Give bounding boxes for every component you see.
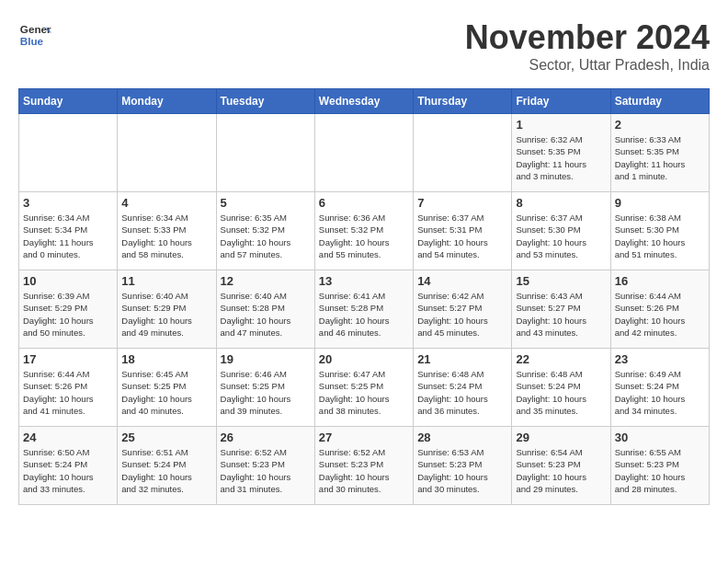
day-number: 28: [417, 431, 507, 444]
calendar-cell: 10Sunrise: 6:39 AM Sunset: 5:29 PM Dayli…: [19, 270, 118, 349]
day-info: Sunrise: 6:34 AM Sunset: 5:33 PM Dayligh…: [121, 212, 211, 260]
day-number: 3: [23, 196, 113, 210]
calendar-cell: [118, 114, 216, 192]
day-info: Sunrise: 6:33 AM Sunset: 5:35 PM Dayligh…: [615, 133, 705, 182]
calendar-cell: 1Sunrise: 6:32 AM Sunset: 5:35 PM Daylig…: [512, 114, 610, 192]
day-number: 11: [121, 274, 211, 288]
day-number: 21: [417, 352, 507, 366]
calendar-cell: [19, 114, 118, 192]
weekday-header-row: SundayMondayTuesdayWednesdayThursdayFrid…: [19, 89, 710, 114]
day-info: Sunrise: 6:40 AM Sunset: 5:28 PM Dayligh…: [221, 290, 311, 339]
calendar-cell: 12Sunrise: 6:40 AM Sunset: 5:28 PM Dayli…: [216, 270, 314, 349]
calendar-cell: 11Sunrise: 6:40 AM Sunset: 5:29 PM Dayli…: [118, 270, 216, 349]
day-number: 22: [516, 352, 606, 366]
calendar-cell: 22Sunrise: 6:48 AM Sunset: 5:24 PM Dayli…: [512, 349, 610, 427]
day-info: Sunrise: 6:54 AM Sunset: 5:23 PM Dayligh…: [516, 446, 606, 495]
day-number: 20: [319, 352, 409, 366]
day-info: Sunrise: 6:50 AM Sunset: 5:24 PM Dayligh…: [23, 446, 113, 495]
calendar-cell: 26Sunrise: 6:52 AM Sunset: 5:23 PM Dayli…: [216, 427, 314, 505]
day-number: 17: [23, 352, 113, 366]
day-info: Sunrise: 6:52 AM Sunset: 5:23 PM Dayligh…: [319, 446, 409, 495]
day-number: 18: [121, 352, 211, 366]
weekday-header-tuesday: Tuesday: [216, 89, 314, 114]
day-info: Sunrise: 6:44 AM Sunset: 5:26 PM Dayligh…: [23, 368, 113, 417]
day-number: 1: [516, 118, 606, 132]
calendar-cell: 28Sunrise: 6:53 AM Sunset: 5:23 PM Dayli…: [414, 427, 512, 505]
day-info: Sunrise: 6:40 AM Sunset: 5:29 PM Dayligh…: [121, 290, 211, 339]
day-number: 2: [615, 118, 705, 132]
day-info: Sunrise: 6:34 AM Sunset: 5:34 PM Dayligh…: [23, 212, 113, 260]
day-number: 30: [615, 431, 705, 444]
weekday-header-saturday: Saturday: [610, 89, 709, 114]
calendar-cell: 14Sunrise: 6:42 AM Sunset: 5:27 PM Dayli…: [414, 270, 512, 349]
day-info: Sunrise: 6:46 AM Sunset: 5:25 PM Dayligh…: [221, 368, 311, 417]
calendar-cell: 2Sunrise: 6:33 AM Sunset: 5:35 PM Daylig…: [610, 114, 709, 192]
calendar-week-5: 24Sunrise: 6:50 AM Sunset: 5:24 PM Dayli…: [19, 427, 710, 505]
calendar-cell: 24Sunrise: 6:50 AM Sunset: 5:24 PM Dayli…: [19, 427, 118, 505]
calendar-cell: 3Sunrise: 6:34 AM Sunset: 5:34 PM Daylig…: [19, 192, 118, 270]
day-info: Sunrise: 6:42 AM Sunset: 5:27 PM Dayligh…: [417, 290, 507, 339]
day-number: 5: [221, 196, 311, 210]
day-info: Sunrise: 6:32 AM Sunset: 5:35 PM Dayligh…: [516, 133, 606, 182]
calendar-cell: 18Sunrise: 6:45 AM Sunset: 5:25 PM Dayli…: [118, 349, 216, 427]
day-info: Sunrise: 6:38 AM Sunset: 5:30 PM Dayligh…: [615, 212, 705, 260]
calendar-cell: 25Sunrise: 6:51 AM Sunset: 5:24 PM Dayli…: [118, 427, 216, 505]
day-info: Sunrise: 6:43 AM Sunset: 5:27 PM Dayligh…: [516, 290, 606, 339]
day-info: Sunrise: 6:52 AM Sunset: 5:23 PM Dayligh…: [221, 446, 311, 495]
day-number: 15: [516, 274, 606, 288]
day-number: 13: [319, 274, 409, 288]
day-info: Sunrise: 6:41 AM Sunset: 5:28 PM Dayligh…: [319, 290, 409, 339]
weekday-header-wednesday: Wednesday: [314, 89, 413, 114]
day-number: 26: [221, 431, 311, 444]
day-number: 10: [23, 274, 113, 288]
day-number: 6: [319, 196, 409, 210]
calendar-cell: 13Sunrise: 6:41 AM Sunset: 5:28 PM Dayli…: [314, 270, 413, 349]
calendar-cell: 17Sunrise: 6:44 AM Sunset: 5:26 PM Dayli…: [19, 349, 118, 427]
weekday-header-sunday: Sunday: [19, 89, 118, 114]
calendar-week-3: 10Sunrise: 6:39 AM Sunset: 5:29 PM Dayli…: [19, 270, 710, 349]
calendar-cell: 21Sunrise: 6:48 AM Sunset: 5:24 PM Dayli…: [414, 349, 512, 427]
day-number: 29: [516, 431, 606, 444]
day-info: Sunrise: 6:51 AM Sunset: 5:24 PM Dayligh…: [121, 446, 211, 495]
day-info: Sunrise: 6:39 AM Sunset: 5:29 PM Dayligh…: [23, 290, 113, 339]
day-number: 7: [417, 196, 507, 210]
day-info: Sunrise: 6:35 AM Sunset: 5:32 PM Dayligh…: [221, 212, 311, 260]
location-subtitle: Sector, Uttar Pradesh, India: [465, 57, 710, 74]
calendar-cell: 8Sunrise: 6:37 AM Sunset: 5:30 PM Daylig…: [512, 192, 610, 270]
day-info: Sunrise: 6:36 AM Sunset: 5:32 PM Dayligh…: [319, 212, 409, 260]
day-info: Sunrise: 6:48 AM Sunset: 5:24 PM Dayligh…: [516, 368, 606, 417]
logo-icon: General Blue: [18, 18, 51, 52]
title-area: November 2024 Sector, Uttar Pradesh, Ind…: [465, 18, 710, 74]
day-info: Sunrise: 6:55 AM Sunset: 5:23 PM Dayligh…: [615, 446, 705, 495]
calendar-cell: 5Sunrise: 6:35 AM Sunset: 5:32 PM Daylig…: [216, 192, 314, 270]
calendar-cell: 27Sunrise: 6:52 AM Sunset: 5:23 PM Dayli…: [314, 427, 413, 505]
calendar-cell: 23Sunrise: 6:49 AM Sunset: 5:24 PM Dayli…: [610, 349, 709, 427]
svg-text:Blue: Blue: [20, 35, 44, 47]
weekday-header-monday: Monday: [118, 89, 216, 114]
day-info: Sunrise: 6:47 AM Sunset: 5:25 PM Dayligh…: [319, 368, 409, 417]
day-number: 16: [615, 274, 705, 288]
calendar-cell: 9Sunrise: 6:38 AM Sunset: 5:30 PM Daylig…: [610, 192, 709, 270]
day-number: 25: [121, 431, 211, 444]
calendar-cell: 20Sunrise: 6:47 AM Sunset: 5:25 PM Dayli…: [314, 349, 413, 427]
calendar-week-4: 17Sunrise: 6:44 AM Sunset: 5:26 PM Dayli…: [19, 349, 710, 427]
day-number: 23: [615, 352, 705, 366]
day-number: 8: [516, 196, 606, 210]
calendar-week-2: 3Sunrise: 6:34 AM Sunset: 5:34 PM Daylig…: [19, 192, 710, 270]
weekday-header-thursday: Thursday: [414, 89, 512, 114]
calendar-cell: 30Sunrise: 6:55 AM Sunset: 5:23 PM Dayli…: [610, 427, 709, 505]
calendar-week-1: 1Sunrise: 6:32 AM Sunset: 5:35 PM Daylig…: [19, 114, 710, 192]
day-info: Sunrise: 6:37 AM Sunset: 5:30 PM Dayligh…: [516, 212, 606, 260]
calendar-cell: [414, 114, 512, 192]
day-info: Sunrise: 6:49 AM Sunset: 5:24 PM Dayligh…: [615, 368, 705, 417]
logo: General Blue: [18, 18, 51, 52]
calendar-table: SundayMondayTuesdayWednesdayThursdayFrid…: [18, 88, 710, 505]
day-number: 27: [319, 431, 409, 444]
day-number: 4: [121, 196, 211, 210]
day-number: 12: [221, 274, 311, 288]
weekday-header-friday: Friday: [512, 89, 610, 114]
calendar-cell: [216, 114, 314, 192]
calendar-cell: 19Sunrise: 6:46 AM Sunset: 5:25 PM Dayli…: [216, 349, 314, 427]
calendar-cell: 15Sunrise: 6:43 AM Sunset: 5:27 PM Dayli…: [512, 270, 610, 349]
calendar-cell: 6Sunrise: 6:36 AM Sunset: 5:32 PM Daylig…: [314, 192, 413, 270]
